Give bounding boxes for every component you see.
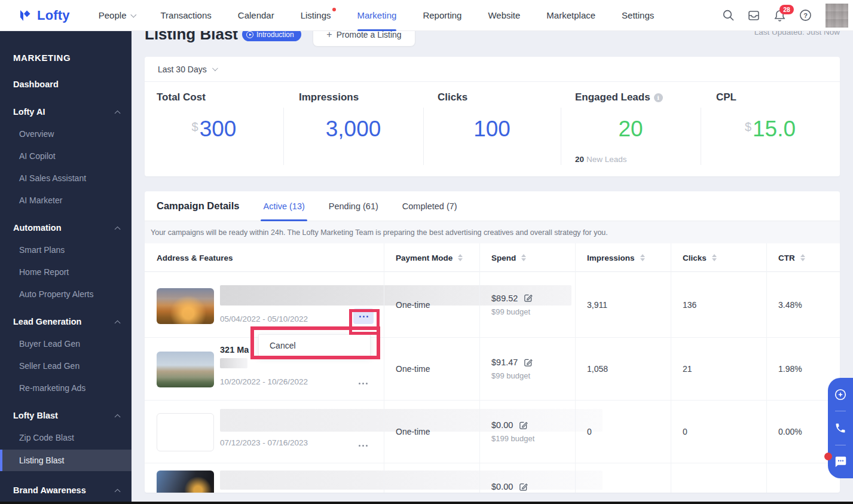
spend-value: $91.47 [491,358,518,367]
property-photo [157,288,214,324]
sidebar-item-ai-sales-assistant[interactable]: AI Sales Assistant [19,173,132,183]
search-icon[interactable] [721,9,735,22]
nav-transactions[interactable]: Transactions [160,0,211,31]
sidebar-item-listing-blast[interactable]: Listing Blast [0,450,132,471]
lofty-logo[interactable]: Lofty [18,8,70,23]
sidebar-item-ai-copilot[interactable]: AI Copilot [19,151,132,161]
nav-website[interactable]: Website [488,0,520,31]
sidebar-section-brand-awareness[interactable]: Brand Awareness [13,485,118,495]
nav-reporting[interactable]: Reporting [423,0,461,31]
main-content: Listing Blast Introduction + Promote a L… [132,31,853,504]
more-options-button[interactable] [355,380,371,386]
tab-completed[interactable]: Completed (7) [402,191,457,221]
promote-listing-button[interactable]: + Promote a Listing [313,31,415,47]
sidebar-section-lofty-ai[interactable]: Lofty AI [13,107,118,117]
last-updated-label: Last Updated: Just Now [754,31,840,36]
impressions-cell: 1,058 [575,338,671,400]
divider [423,108,424,165]
campaign-notice: Your campaigns will be ready within 24h.… [145,221,840,243]
divider [561,108,561,165]
column-divider [575,243,576,493]
table-header: Address & Features Payment Mode Spend Im… [145,243,840,272]
help-icon[interactable]: ? [799,9,812,22]
sidebar-item-auto-property-alerts[interactable]: Auto Property Alerts [19,289,132,299]
impressions-cell: 0 [575,401,671,463]
sort-icon[interactable] [458,254,463,261]
sidebar-item-ai-marketer[interactable]: AI Marketer [19,196,132,205]
nav-utilities: 28 ? [721,4,848,28]
chat-icon[interactable] [834,455,847,468]
date-range-dropdown[interactable]: Last 30 Days [145,57,840,82]
nav-calendar[interactable]: Calendar [238,0,274,31]
top-navbar: Lofty People Transactions Calendar Listi… [0,0,853,31]
phone-icon[interactable] [834,421,847,435]
screen-edge [0,502,853,504]
edit-icon[interactable] [524,294,533,303]
payment-mode-cell: One-time [384,401,479,463]
sort-icon[interactable] [800,254,805,261]
chevron-down-icon [131,11,137,17]
tab-active[interactable]: Active (13) [263,191,304,221]
stat-total-cost: Total Cost $300 [145,82,283,176]
tab-pending[interactable]: Pending (61) [329,191,378,221]
alert-dot [332,8,336,11]
edit-icon[interactable] [519,421,528,430]
nav-marketing[interactable]: Marketing [357,0,397,31]
sidebar-section-automation[interactable]: Automation [13,223,118,233]
nav-settings[interactable]: Settings [622,0,654,31]
avatar[interactable] [826,4,848,28]
nav-people[interactable]: People [99,0,134,31]
stat-impressions: Impressions 3,000 [283,82,423,176]
sort-icon[interactable] [712,254,717,261]
floating-support-widget [828,378,853,478]
sidebar-title: MARKETING [13,53,132,63]
clicks-cell: 0 [671,401,766,463]
chevron-down-icon [212,65,218,71]
inbox-icon[interactable] [747,9,760,22]
sort-icon[interactable] [521,254,526,261]
notification-badge: 28 [779,5,794,14]
nav-marketplace[interactable]: Marketplace [546,0,595,31]
clicks-cell: 136 [671,272,766,337]
svg-text:?: ? [803,12,808,19]
edit-icon[interactable] [519,482,528,491]
col-impressions: Impressions [575,243,671,272]
sidebar-section-lofty-blast[interactable]: Lofty Blast [13,411,118,420]
nav-listings[interactable]: Listings [301,0,331,31]
introduction-badge[interactable]: Introduction [242,31,301,41]
sidebar-item-home-report[interactable]: Home Report [19,267,132,277]
sidebar-item-smart-plans[interactable]: Smart Plans [19,245,132,255]
bell-icon[interactable]: 28 [773,9,786,22]
sidebar-item-dashboard[interactable]: Dashboard [13,80,132,89]
edit-icon[interactable] [524,358,533,367]
table-row: 321 Ma 10/20/2022 - 10/26/2022 One-time … [145,338,840,401]
sidebar: MARKETING Dashboard Lofty AI Overview AI… [0,31,132,504]
sidebar-item-zip-code-blast[interactable]: Zip Code Blast [19,433,132,442]
sidebar-item-seller-lead-gen[interactable]: Seller Lead Gen [19,361,132,371]
sidebar-item-overview[interactable]: Overview [19,129,132,139]
more-options-button[interactable] [353,308,374,324]
column-divider [671,243,671,493]
property-photo [157,352,214,387]
more-options-button[interactable] [355,442,371,448]
col-ctr: CTR [766,243,840,272]
column-divider [479,243,480,493]
sort-icon[interactable] [640,254,645,261]
info-icon[interactable]: i [654,93,663,102]
compass-icon[interactable] [834,388,847,401]
page-title: Listing Blast [145,31,238,44]
sidebar-item-remarketing-ads[interactable]: Re-marketing Ads [19,383,132,393]
impressions-cell: 3,911 [575,272,671,337]
new-leads-subtext: 20New Leads [575,155,627,164]
stats-card: Last 30 Days Total Cost $300 Impressions… [145,57,840,176]
campaign-dates: 07/12/2023 - 07/16/2023 [220,438,308,447]
campaign-tabs: Campaign Details Active (13) Pending (61… [145,191,840,221]
redacted-address [220,358,247,368]
table-row: 07/12/2023 - 07/16/2023 One-time $0.00 $… [145,401,840,463]
lofty-logo-icon [18,8,33,23]
sidebar-item-buyer-lead-gen[interactable]: Buyer Lead Gen [19,339,132,349]
spend-value: $0.00 [491,420,513,430]
stat-cpl: CPL $15.0 [701,82,840,176]
sidebar-section-lead-generation[interactable]: Lead Generation [13,317,118,326]
cancel-menu-item[interactable]: Cancel [270,341,296,350]
